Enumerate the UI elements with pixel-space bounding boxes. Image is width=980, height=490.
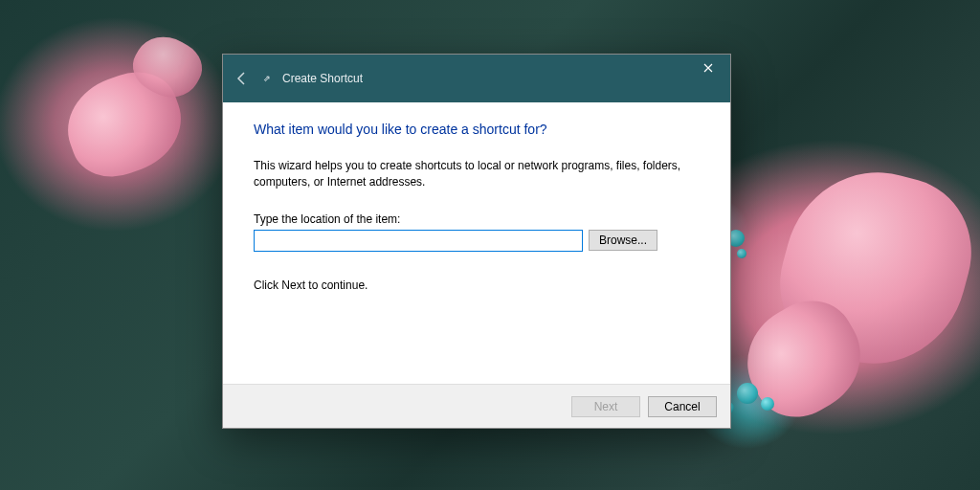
page-heading: What item would you like to create a sho…	[254, 122, 700, 137]
close-icon	[703, 63, 713, 73]
wallpaper-accent	[737, 383, 758, 404]
shortcut-icon: ⇗	[259, 71, 275, 86]
wallpaper-accent	[761, 397, 774, 411]
create-shortcut-dialog: ⇗ Create Shortcut What item would you li…	[222, 54, 731, 429]
titlebar: ⇗ Create Shortcut	[223, 55, 730, 102]
next-button[interactable]: Next	[571, 396, 640, 417]
back-button[interactable]	[231, 67, 254, 90]
cancel-button[interactable]: Cancel	[648, 396, 717, 417]
desktop-wallpaper: ⇗ Create Shortcut What item would you li…	[0, 0, 980, 490]
location-row: Browse...	[254, 230, 700, 252]
close-button[interactable]	[686, 55, 730, 81]
dialog-footer: Next Cancel	[223, 384, 730, 428]
location-input[interactable]	[254, 230, 583, 252]
continue-hint: Click Next to continue.	[254, 278, 700, 292]
dialog-content: What item would you like to create a sho…	[223, 102, 730, 384]
description-text: This wizard helps you to create shortcut…	[254, 158, 700, 191]
window-title: Create Shortcut	[282, 72, 363, 85]
browse-button[interactable]: Browse...	[589, 230, 657, 251]
wallpaper-accent	[737, 249, 746, 258]
back-arrow-icon	[234, 71, 250, 86]
location-label: Type the location of the item:	[254, 212, 700, 226]
